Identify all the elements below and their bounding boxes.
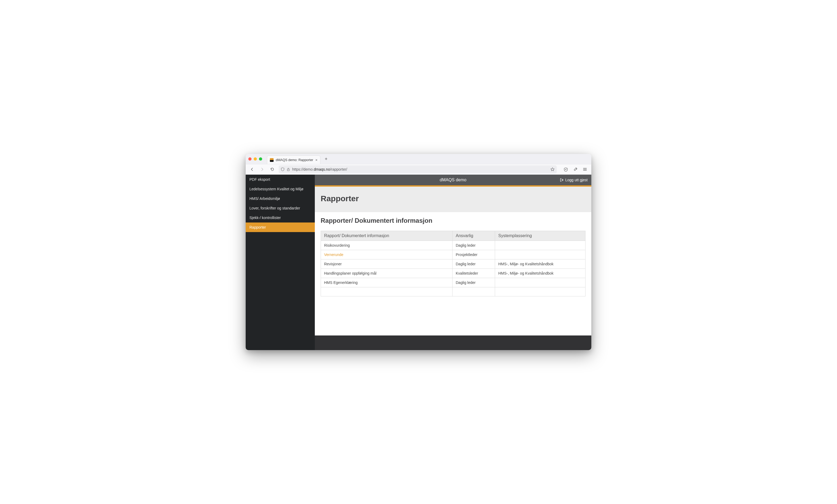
browser-tab[interactable]: dMAQS demo: Rapporter × [267, 156, 320, 164]
cell-report: Handlingsplaner oppfølging mål [321, 269, 452, 278]
app-header: dMAQS demo Logg utt gjest [315, 175, 591, 185]
cell-placement [495, 250, 586, 259]
cell-placement: HMS-, Miljø- og Kvalitetshåndbok [495, 259, 586, 269]
menu-icon[interactable] [581, 166, 589, 173]
cell-placement [495, 278, 586, 287]
cell-responsible: Daglig leder [452, 241, 495, 250]
cell-responsible: Prosjektleder [452, 250, 495, 259]
cell-responsible: Kvalitetsleder [452, 269, 495, 278]
cell-placement: HMS-, Miljø- og Kvalitetshåndbok [495, 269, 586, 278]
sidebar-item-1[interactable]: Ledelsessystem Kvalitet og Miljø [246, 184, 315, 194]
tab-title: dMAQS demo: Rapporter [276, 158, 313, 162]
forward-button[interactable] [259, 166, 266, 173]
report-link[interactable]: Vernerunde [324, 253, 343, 257]
favicon-icon [270, 158, 273, 162]
cell-responsible: Daglig leder [452, 259, 495, 269]
reports-table: Rapport/ Dokumentert informasjon Ansvarl… [321, 231, 586, 296]
window-controls [248, 157, 262, 161]
page-title: Rapporter [321, 194, 586, 203]
table-row-empty [321, 287, 586, 296]
page-body: PDF eksportLedelsessystem Kvalitet og Mi… [246, 175, 591, 350]
browser-window: dMAQS demo: Rapporter × + https://demo.d… [246, 154, 591, 350]
section-subtitle: Rapporter/ Dokumentert informasjon [321, 217, 586, 224]
col-responsible: Ansvarlig [452, 231, 495, 241]
table-row: VernerundeProsjektleder [321, 250, 586, 259]
sidebar-item-0[interactable]: PDF eksport [246, 175, 315, 184]
footer [315, 336, 591, 350]
sidebar-item-5[interactable]: Rapporter [246, 222, 315, 232]
cell-report: Vernerunde [321, 250, 452, 259]
address-bar[interactable]: https://demo.dmaqs.no/rapporter/ [279, 165, 557, 173]
sidebar: PDF eksportLedelsessystem Kvalitet og Mi… [246, 175, 315, 350]
url-text: https://demo.dmaqs.no/rapporter/ [292, 167, 548, 172]
table-row: Handlingsplaner oppfølging målKvalitetsl… [321, 269, 586, 278]
maximize-window-button[interactable] [259, 157, 262, 161]
bookmark-star-icon[interactable] [550, 167, 555, 172]
devtools-icon[interactable] [572, 166, 579, 173]
close-tab-button[interactable]: × [315, 158, 318, 162]
page-title-section: Rapporter [315, 186, 591, 212]
cell-placement [495, 241, 586, 250]
main-section: Rapporter/ Dokumentert informasjon Rappo… [315, 212, 591, 336]
table-header-row: Rapport/ Dokumentert informasjon Ansvarl… [321, 231, 586, 241]
sidebar-item-2[interactable]: HMS/ Arbeidsmiljø [246, 194, 315, 203]
cell-report: HMS Egenerklæring [321, 278, 452, 287]
logout-button[interactable]: Logg utt gjest [560, 175, 588, 185]
logout-icon [560, 178, 564, 182]
toolbar-right [562, 166, 589, 173]
cell-report: Risikovurdering [321, 241, 452, 250]
logout-label: Logg utt gjest [565, 178, 588, 182]
tab-strip: dMAQS demo: Rapporter × + [246, 154, 591, 164]
sidebar-item-3[interactable]: Lover, forskrifter og standarder [246, 203, 315, 213]
minimize-window-button[interactable] [254, 157, 257, 161]
reload-button[interactable] [269, 166, 276, 173]
col-placement: Systemplassering [495, 231, 586, 241]
back-button[interactable] [248, 166, 256, 173]
content-area: dMAQS demo Logg utt gjest Rapporter Rapp… [315, 175, 591, 350]
table-row: HMS EgenerklæringDaglig leder [321, 278, 586, 287]
new-tab-button[interactable]: + [323, 156, 329, 162]
reader-icon[interactable] [562, 166, 570, 173]
shield-icon [281, 167, 285, 171]
sidebar-item-4[interactable]: Sjekk-/ kontrollister [246, 213, 315, 222]
col-report: Rapport/ Dokumentert informasjon [321, 231, 452, 241]
lock-icon [287, 168, 290, 171]
table-row: RevisjonerDaglig lederHMS-, Miljø- og Kv… [321, 259, 586, 269]
app-title: dMAQS demo [440, 178, 466, 182]
close-window-button[interactable] [248, 157, 251, 161]
browser-toolbar: https://demo.dmaqs.no/rapporter/ [246, 164, 591, 175]
cell-report: Revisjoner [321, 259, 452, 269]
cell-responsible: Daglig leder [452, 278, 495, 287]
svg-rect-0 [287, 169, 289, 170]
table-row: RisikovurderingDaglig leder [321, 241, 586, 250]
